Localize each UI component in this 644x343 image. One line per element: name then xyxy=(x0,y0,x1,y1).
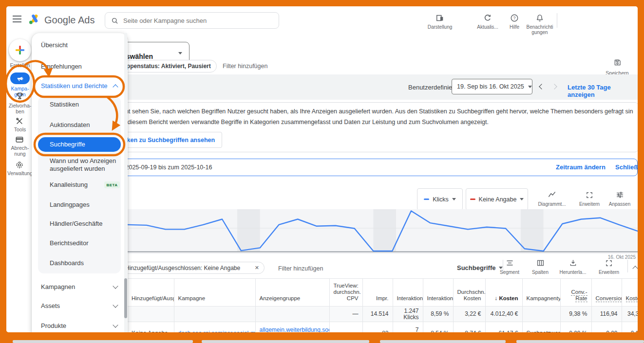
column-header-durchschn-[interactable]: Durchschn. Kosten xyxy=(453,279,485,307)
download-icon xyxy=(569,258,577,267)
previous-period-button[interactable] xyxy=(539,84,544,89)
collapse-table-button[interactable] xyxy=(632,266,638,271)
save-button[interactable]: Speichern xyxy=(601,58,633,76)
column-header-interaktione[interactable]: Interaktione xyxy=(393,279,423,307)
sidebar-item-tools[interactable] xyxy=(15,117,24,126)
search-box[interactable] xyxy=(105,12,279,29)
expand-icon xyxy=(586,190,593,199)
added-excluded-filter-chip[interactable]: Hinzugefügt/Ausgeschlossen: Keine Angabe… xyxy=(117,262,265,274)
table-cell: 61,17 € xyxy=(485,322,522,333)
screenshot-frame: Google Ads Kampagnen (309) Kampagne ausw… xyxy=(0,0,644,343)
menu-item-suchbegriffe[interactable]: Suchbegriffe xyxy=(50,141,85,148)
column-header-kampagnentyp[interactable]: Kampagnentyp xyxy=(522,279,560,307)
table-tool-4[interactable]: Erweitern xyxy=(589,258,628,275)
menu-item-wann-und-wo-anzeigen[interactable]: Wann und wo Anzeigen ausgeliefert wurden xyxy=(50,157,116,173)
table-cell[interactable]: allgemein.weiterbildung.social- media.fe… xyxy=(255,322,329,333)
sidebar-item-abrechnung[interactable] xyxy=(15,135,24,144)
table-cell: 8,74 € xyxy=(453,322,485,333)
menu-item-assets[interactable]: Assets xyxy=(41,302,60,310)
chart-line-icon xyxy=(548,190,556,199)
topbar-action-4[interactable]: Benachrichti gungen xyxy=(522,13,557,35)
table-cell: 7 Klicks xyxy=(393,322,423,333)
range-banner: Vom 2025-09-19 bis zum 2025-10-16 Zeitra… xyxy=(73,159,638,176)
close-banner-link[interactable]: Schließen xyxy=(615,163,638,171)
column-header-kosten-conv[interactable]: Kosten/Conv xyxy=(622,279,638,307)
topbar-action-1[interactable]: Darstellung xyxy=(422,13,457,30)
main-menu-button[interactable] xyxy=(13,16,21,22)
sidebar-item-erstellen[interactable] xyxy=(9,39,31,61)
menu-item-kanalleistung[interactable]: Kanalleistung xyxy=(50,181,88,189)
column-header-kampagne[interactable]: Kampagne xyxy=(174,279,255,307)
search-terms-table: Hinzugefügt/AusgesKampagneAnzeigengruppe… xyxy=(128,278,638,332)
column-header-interaktions[interactable]: Interaktions xyxy=(423,279,453,307)
bottom-sliver xyxy=(380,340,506,343)
metric1-dropdown[interactable]: Klicks xyxy=(417,188,463,210)
table-tool-3[interactable]: Herunterla... xyxy=(553,258,592,275)
navigation-menu: ÜbersichtEmpfehlungenStatistiken und Ber… xyxy=(32,33,128,332)
chevron-down-icon xyxy=(113,283,118,289)
metric2-swatch xyxy=(470,199,475,200)
menu-item-empfehlungen[interactable]: Empfehlungen xyxy=(41,63,82,71)
daterange-selector[interactable]: 19. Sep bis 16. Okt 2025 xyxy=(452,79,532,94)
metric1-swatch xyxy=(424,199,429,200)
add-filter-link-2[interactable]: Filter hinzufügen xyxy=(278,265,323,272)
bell-icon xyxy=(535,13,544,22)
trophy-icon xyxy=(15,91,24,101)
last-30-days-link[interactable]: Letzte 30 Tage anzeigen xyxy=(568,84,638,98)
intro-line2: Suchbegriffe. In diesem Bericht werden v… xyxy=(83,119,633,126)
column-header-kosten[interactable]: ↓ Kosten xyxy=(485,279,522,307)
totals-cell: — xyxy=(329,307,362,322)
timeseries-chart[interactable] xyxy=(126,209,638,254)
column-header-conv--rate[interactable]: Conv.-Rate xyxy=(560,279,591,307)
chart-tool-label: Anpassen xyxy=(609,201,630,207)
totals-cell: 3,22 € xyxy=(453,307,485,322)
table-cell: 0,00 % xyxy=(560,322,591,333)
table-tool-label: Segment xyxy=(500,270,519,275)
sidebar-item-label: Verwaltung xyxy=(6,170,34,176)
chevron-down-icon xyxy=(528,86,532,88)
menu-item-statistiken[interactable]: Statistiken xyxy=(50,101,79,108)
column-header-conversions[interactable]: Conversions xyxy=(591,279,622,307)
menu-item-dashboards[interactable]: Dashboards xyxy=(50,259,84,267)
totals-cell xyxy=(255,307,329,322)
chart-tool-3[interactable]: Anpassen xyxy=(600,190,638,207)
totals-cell xyxy=(522,307,560,322)
daterange-value: 19. Sep bis 16. Okt 2025 xyxy=(457,83,524,90)
column-header-trueview-[interactable]: TrueView: durchschn. CPV xyxy=(329,279,362,307)
menu-item-auktionsdaten[interactable]: Auktionsdaten xyxy=(50,121,90,129)
menu-item-händler-geschäfte[interactable]: Händler/Geschäfte xyxy=(50,220,102,228)
column-header-impr-[interactable]: Impr. xyxy=(362,279,393,307)
tune-icon xyxy=(616,190,624,199)
totals-cell: 1.247 Klicks xyxy=(393,307,423,322)
column-header-anzeigengruppe[interactable]: Anzeigengruppe xyxy=(255,279,329,307)
next-period-button[interactable] xyxy=(551,84,557,89)
add-filter-link[interactable]: Filter hinzufügen xyxy=(223,63,267,70)
refresh-icon xyxy=(483,13,492,22)
weekend-band xyxy=(373,209,396,252)
menu-item-landingpages[interactable]: Landingpages xyxy=(50,201,90,209)
menu-item-übersicht[interactable]: Übersicht xyxy=(41,41,68,49)
sidebar-item-zielvorhaben[interactable] xyxy=(15,91,24,101)
topbar-action-label: Darstellung xyxy=(428,24,453,30)
bottom-sliver xyxy=(13,340,193,343)
menu-item-berichtseditor[interactable]: Berichtseditor xyxy=(50,239,88,247)
search-input[interactable] xyxy=(122,17,279,25)
close-icon[interactable]: ✕ xyxy=(255,265,259,271)
menu-scrollbar-thumb[interactable] xyxy=(124,278,127,318)
sidebar-item-verwaltung[interactable] xyxy=(15,161,24,169)
topbar-action-label: Aktualis... xyxy=(477,24,498,30)
app-window: Google Ads Kampagnen (309) Kampagne ausw… xyxy=(6,6,638,332)
table-cell[interactable]: dach.sea.roi.seminar.social-media.feed xyxy=(174,322,255,333)
change-range-link[interactable]: Zeitraum ändern xyxy=(556,163,606,171)
google-ads-logo[interactable]: Google Ads xyxy=(27,13,95,28)
table-row[interactable]: Keine Angabedach.sea.roi.seminar.social-… xyxy=(128,322,638,333)
sidebar-item-kampagnen[interactable] xyxy=(10,72,30,84)
metric2-dropdown[interactable]: Keine Angabe xyxy=(466,188,528,210)
chart-tool-1[interactable]: Diagrammt... xyxy=(532,190,571,207)
menu-item-produkte[interactable]: Produkte xyxy=(41,322,66,330)
menu-item-kampagnen[interactable]: Kampagnen xyxy=(41,283,75,291)
menu-item-statistiken-und-berichte[interactable]: Statistiken und Berichte xyxy=(41,82,108,90)
column-header-hinzugef-gt-ausges[interactable]: Hinzugefügt/Ausges xyxy=(128,279,174,307)
columns-icon xyxy=(536,258,545,267)
intro-card: In diesem Bericht sehen Sie, nach welche… xyxy=(73,102,638,152)
